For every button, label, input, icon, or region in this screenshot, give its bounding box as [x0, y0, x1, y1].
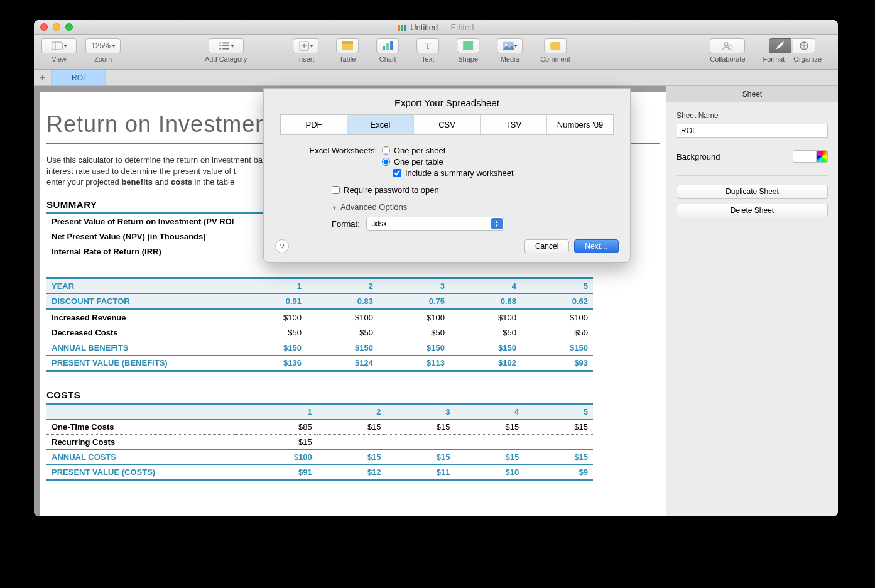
- sheet-name-label: Sheet Name: [677, 111, 828, 120]
- svg-rect-13: [383, 46, 385, 50]
- next-button[interactable]: Next…: [574, 239, 619, 253]
- costs-table[interactable]: 12345 One-Time Costs $85$15$15$15$15 Rec…: [46, 403, 593, 481]
- chart-label: Chart: [379, 55, 396, 63]
- costs-heading: COSTS: [46, 389, 660, 400]
- media-label: Media: [501, 55, 519, 63]
- svg-rect-15: [390, 41, 393, 50]
- checkbox-require-password[interactable]: [332, 186, 340, 194]
- background-color-swatch[interactable]: [793, 150, 828, 163]
- sheet-tabs: + ROI: [34, 70, 838, 86]
- svg-point-18: [725, 43, 728, 46]
- svg-rect-0: [52, 42, 63, 50]
- duplicate-sheet-button[interactable]: Duplicate Sheet: [677, 185, 828, 199]
- comment-label: Comment: [540, 55, 570, 63]
- svg-point-2: [219, 42, 221, 44]
- plus-box-icon: [298, 41, 310, 51]
- checkbox-password-label: Require password to open: [344, 185, 439, 195]
- zoom-dropdown[interactable]: 125%▾: [85, 38, 121, 53]
- cancel-button[interactable]: Cancel: [524, 239, 569, 253]
- export-format-tabs: PDF Excel CSV TSV Numbers '09: [280, 114, 614, 135]
- insert-label: Insert: [297, 55, 315, 63]
- view-button[interactable]: ▾: [41, 38, 77, 53]
- format-label: Format: [763, 55, 785, 63]
- svg-rect-12: [342, 41, 353, 44]
- chart-icon: [382, 41, 393, 51]
- inspector-panel: Sheet Sheet Name Background Duplicate Sh…: [666, 86, 838, 516]
- person-icon: [722, 41, 733, 51]
- text-button[interactable]: T: [416, 38, 439, 53]
- radio-one-per-table-label: One per table: [394, 157, 443, 166]
- radio-one-per-table[interactable]: [382, 158, 390, 166]
- svg-point-4: [219, 48, 221, 50]
- advanced-options-disclosure[interactable]: Advanced Options: [332, 202, 612, 212]
- svg-point-3: [219, 45, 221, 47]
- organize-icon: [798, 41, 810, 51]
- select-arrows-icon: ▴▾: [491, 218, 503, 229]
- add-category-button[interactable]: ▾: [209, 38, 244, 53]
- export-tab-csv[interactable]: CSV: [414, 115, 481, 134]
- add-category-label: Add Category: [205, 55, 247, 63]
- format-label: Format:: [332, 219, 360, 229]
- text-icon: T: [425, 41, 431, 52]
- organize-label: Organize: [793, 55, 822, 63]
- worksheets-label: Excel Worksheets:: [281, 146, 382, 155]
- sidebar-icon: [52, 41, 63, 51]
- window-title: Untitled — Edited: [34, 23, 838, 32]
- format-select[interactable]: .xlsx ▴▾: [366, 217, 504, 231]
- app-icon: [398, 25, 406, 31]
- list-icon: [219, 41, 230, 51]
- shape-button[interactable]: [457, 38, 479, 53]
- table-label: Table: [339, 55, 356, 63]
- svg-rect-14: [386, 43, 389, 50]
- media-icon: [503, 41, 514, 51]
- benefits-table[interactable]: YEAR 12345 DISCOUNT FACTOR 0.910.830.750…: [46, 277, 593, 372]
- format-button[interactable]: [769, 38, 791, 53]
- brush-icon: [774, 41, 786, 51]
- export-tab-tsv[interactable]: TSV: [481, 115, 547, 134]
- table-icon: [342, 41, 353, 51]
- export-tab-numbers09[interactable]: Numbers '09: [547, 115, 613, 134]
- checkbox-summary-worksheet[interactable]: [393, 169, 401, 177]
- titlebar: Untitled — Edited: [34, 20, 838, 35]
- radio-one-per-sheet[interactable]: [382, 146, 390, 155]
- radio-one-per-sheet-label: One per sheet: [394, 146, 445, 155]
- text-label: Text: [421, 55, 434, 63]
- export-dialog: Export Your Spreadsheet PDF Excel CSV TS…: [263, 88, 631, 263]
- export-tab-excel[interactable]: Excel: [347, 115, 414, 134]
- collaborate-label: Collaborate: [710, 55, 745, 63]
- delete-sheet-button[interactable]: Delete Sheet: [677, 204, 828, 217]
- chart-button[interactable]: [376, 38, 399, 53]
- zoom-label: Zoom: [94, 55, 112, 63]
- shape-label: Shape: [458, 55, 478, 63]
- app-window: Untitled — Edited ▾ View 125%▾ Zoom: [34, 20, 838, 516]
- insert-button[interactable]: ▾: [293, 38, 318, 53]
- shape-icon: [463, 41, 473, 50]
- comment-button[interactable]: [544, 38, 567, 53]
- checkbox-summary-label: Include a summary worksheet: [405, 168, 514, 178]
- media-button[interactable]: ▾: [497, 38, 523, 53]
- svg-point-17: [505, 43, 508, 46]
- format-value: .xlsx: [372, 219, 387, 228]
- view-label: View: [52, 55, 67, 63]
- background-label: Background: [677, 152, 720, 161]
- table-button[interactable]: [336, 38, 359, 53]
- color-wheel-icon: [816, 151, 827, 162]
- add-sheet-button[interactable]: +: [34, 70, 52, 85]
- sheet-tab-roi[interactable]: ROI: [52, 70, 106, 85]
- help-button[interactable]: ?: [275, 239, 289, 253]
- export-title: Export Your Spreadsheet: [264, 89, 630, 114]
- toolbar: ▾ View 125%▾ Zoom ▾ Add Category: [34, 35, 838, 70]
- organize-button[interactable]: [793, 38, 815, 53]
- sheet-name-input[interactable]: [677, 124, 828, 138]
- inspector-tab-sheet[interactable]: Sheet: [666, 86, 838, 102]
- export-tab-pdf[interactable]: PDF: [281, 115, 347, 134]
- collaborate-button[interactable]: [710, 38, 745, 53]
- comment-icon: [550, 42, 560, 50]
